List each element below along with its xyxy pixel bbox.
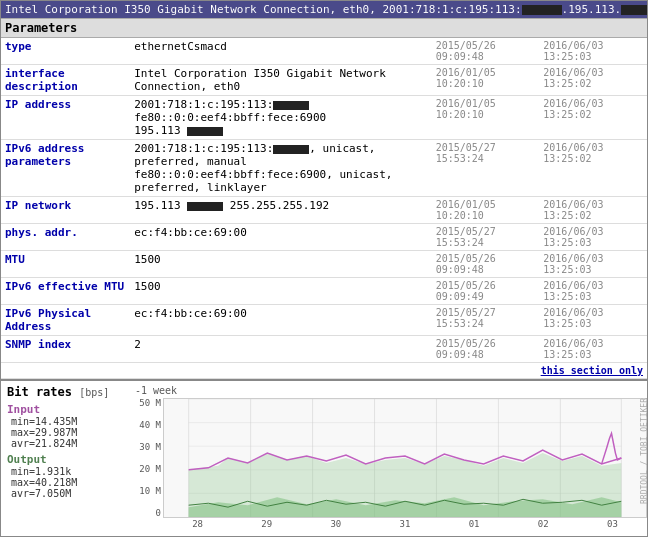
y-label: 30 M	[139, 442, 161, 452]
redact-inline	[273, 145, 309, 154]
x-label: 30	[330, 519, 341, 529]
row-value: 195.113 255.255.255.192	[130, 197, 431, 224]
chart-area: -1 week 50 M 40 M 30 M 20 M 10 M 0	[131, 381, 647, 533]
row-value: 1500	[130, 278, 431, 305]
y-axis: 50 M 40 M 30 M 20 M 10 M 0	[135, 398, 163, 518]
bitrates-left-panel: Bit rates [bps] Input min=14.435M max=29…	[1, 381, 131, 533]
row-value: ec:f4:bb:ce:69:00	[130, 305, 431, 336]
table-row: SNMP index 2 2015/05/26 09:09:48 2016/06…	[1, 336, 647, 363]
svg-marker-15	[189, 453, 622, 517]
row-value: 2001:718:1:c:195:113: , unicast, preferr…	[130, 140, 431, 197]
row-key: IPv6 Physical Address	[1, 305, 130, 336]
row-value: 1500	[130, 251, 431, 278]
x-label: 31	[400, 519, 411, 529]
input-max: max=29.987M	[7, 427, 125, 438]
redact-inline	[187, 127, 223, 136]
row-date2: 2016/06/03 13:25:03	[539, 38, 647, 65]
bitrates-title: Bit rates [bps]	[7, 385, 125, 399]
chart-svg-container: RRDTOOL / TOBI OETIKER	[163, 398, 647, 518]
table-row: IPv6 effective MTU 1500 2015/05/26 09:09…	[1, 278, 647, 305]
x-label: 02	[538, 519, 549, 529]
table-row: IP address 2001:718:1:c:195:113: fe80::0…	[1, 96, 647, 140]
redact-inline	[187, 202, 223, 211]
row-key: IPv6 address parameters	[1, 140, 130, 197]
y-label: 20 M	[139, 464, 161, 474]
parameters-label: Parameters	[5, 21, 77, 35]
input-avr: avr=21.824M	[7, 438, 125, 449]
row-date1: 2015/05/27 15:53:24	[432, 140, 540, 197]
row-value: 2001:718:1:c:195:113: fe80::0:0:eef4:bbf…	[130, 96, 431, 140]
row-date1: 2015/05/26 09:09:48	[432, 38, 540, 65]
table-row: MTU 1500 2015/05/26 09:09:48 2016/06/03 …	[1, 251, 647, 278]
x-label: 03	[607, 519, 618, 529]
x-label: 29	[261, 519, 272, 529]
x-axis: 28 29 30 31 01 02 03	[135, 519, 647, 529]
header-redact1	[522, 5, 562, 15]
input-min: min=14.435M	[7, 416, 125, 427]
row-date2: 2016/06/03 13:25:02	[539, 197, 647, 224]
x-label: 28	[192, 519, 203, 529]
row-date1: 2015/05/27 15:53:24	[432, 305, 540, 336]
row-date2: 2016/06/03 13:25:03	[539, 305, 647, 336]
row-date2: 2016/06/03 13:25:02	[539, 140, 647, 197]
row-date1: 2015/05/26 09:09:49	[432, 278, 540, 305]
table-row: IPv6 address parameters 2001:718:1:c:195…	[1, 140, 647, 197]
row-key: MTU	[1, 251, 130, 278]
row-value: ethernetCsmacd	[130, 38, 431, 65]
row-date1: 2016/01/05 10:20:10	[432, 65, 540, 96]
section-only-row: this section only	[1, 363, 647, 379]
input-label: Input	[7, 403, 125, 416]
redact-inline	[273, 101, 309, 110]
table-row: IPv6 Physical Address ec:f4:bb:ce:69:00 …	[1, 305, 647, 336]
parameters-table: type ethernetCsmacd 2015/05/26 09:09:48 …	[1, 38, 647, 379]
row-key: interface description	[1, 65, 130, 96]
row-date2: 2016/06/03 13:25:03	[539, 251, 647, 278]
row-date1: 2015/05/26 09:09:48	[432, 251, 540, 278]
row-key: IP network	[1, 197, 130, 224]
output-avr: avr=7.050M	[7, 488, 125, 499]
row-date2: 2016/06/03 13:25:02	[539, 96, 647, 140]
output-min: min=1.931k	[7, 466, 125, 477]
row-key: IPv6 effective MTU	[1, 278, 130, 305]
row-date1: 2016/01/05 10:20:10	[432, 197, 540, 224]
header-redact2	[621, 5, 648, 15]
chart-week-label: -1 week	[135, 385, 647, 396]
header-text: Intel Corporation I350 Gigabit Network C…	[5, 3, 522, 16]
row-key: phys. addr.	[1, 224, 130, 251]
row-key: SNMP index	[1, 336, 130, 363]
y-label: 10 M	[139, 486, 161, 496]
y-label: 40 M	[139, 420, 161, 430]
y-label: 0	[156, 508, 161, 518]
row-date1: 2015/05/26 09:09:48	[432, 336, 540, 363]
table-row: interface description Intel Corporation …	[1, 65, 647, 96]
table-row: type ethernetCsmacd 2015/05/26 09:09:48 …	[1, 38, 647, 65]
row-date2: 2016/06/03 13:25:03	[539, 224, 647, 251]
row-date1: 2016/01/05 10:20:10	[432, 96, 540, 140]
row-value: ec:f4:bb:ce:69:00	[130, 224, 431, 251]
row-date2: 2016/06/03 13:25:03	[539, 278, 647, 305]
bitrates-section: Bit rates [bps] Input min=14.435M max=29…	[1, 379, 647, 533]
x-label: 01	[469, 519, 480, 529]
y-label: 50 M	[139, 398, 161, 408]
rrdtool-label: RRDTOOL / TOBI OETIKER	[640, 398, 647, 504]
row-value: 2	[130, 336, 431, 363]
row-date2: 2016/06/03 13:25:03	[539, 336, 647, 363]
parameters-section-header: Parameters	[1, 18, 647, 38]
row-date1: 2015/05/27 15:53:24	[432, 224, 540, 251]
table-row: IP network 195.113 255.255.255.192 2016/…	[1, 197, 647, 224]
chart-svg	[163, 398, 647, 518]
table-row: phys. addr. ec:f4:bb:ce:69:00 2015/05/27…	[1, 224, 647, 251]
output-max: max=40.218M	[7, 477, 125, 488]
section-only-link[interactable]: this section only	[541, 365, 643, 376]
output-label: Output	[7, 453, 125, 466]
header-suffix: .195.113.	[562, 3, 622, 16]
row-date2: 2016/06/03 13:25:02	[539, 65, 647, 96]
row-key: IP address	[1, 96, 130, 140]
row-key: type	[1, 38, 130, 65]
row-value: Intel Corporation I350 Gigabit Network C…	[130, 65, 431, 96]
header-bar: Intel Corporation I350 Gigabit Network C…	[1, 1, 647, 18]
